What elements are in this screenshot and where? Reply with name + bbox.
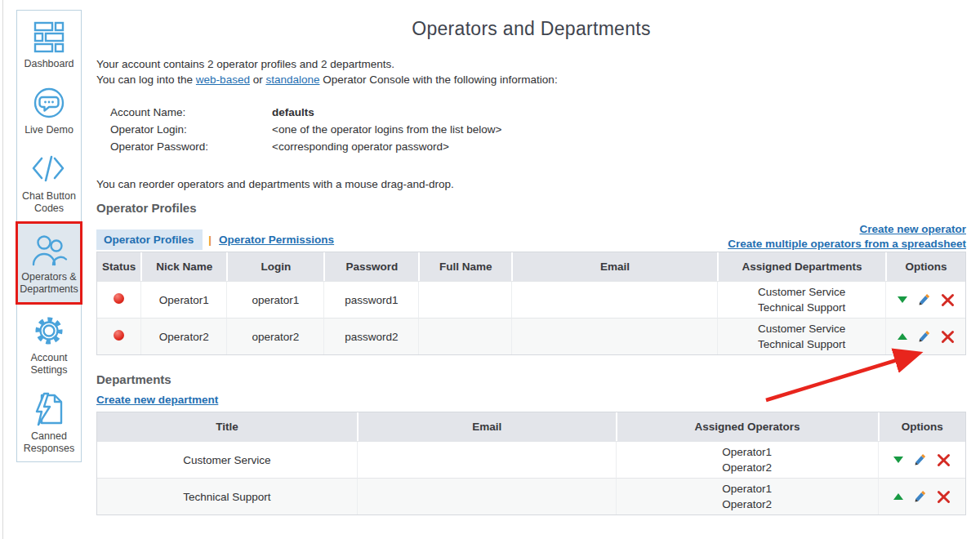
cell-fullname bbox=[418, 318, 511, 354]
edit-icon-operator2[interactable] bbox=[917, 330, 931, 344]
cell-assigned-departments: Customer Service Technical Support bbox=[717, 318, 885, 354]
tab-separator: | bbox=[208, 234, 212, 246]
cell-email bbox=[357, 441, 616, 478]
edit-icon[interactable] bbox=[913, 490, 927, 504]
sidebar-item-chat-button-codes[interactable]: Chat Button Codes bbox=[17, 143, 81, 221]
cell-nickname: Operator2 bbox=[140, 318, 226, 354]
cell-status bbox=[97, 281, 140, 318]
operator-password-label: Operator Password: bbox=[110, 138, 272, 155]
operator-password-row: Operator Password:<corresponding operato… bbox=[110, 138, 966, 155]
gear-icon bbox=[30, 312, 68, 350]
status-offline-icon bbox=[114, 330, 124, 341]
delete-icon[interactable] bbox=[937, 453, 951, 467]
column-header-status: Status bbox=[97, 252, 140, 281]
operator-row: Operator1 operator1 password1 Customer S… bbox=[97, 281, 965, 318]
delete-icon[interactable] bbox=[941, 330, 955, 344]
move-down-icon[interactable] bbox=[898, 296, 907, 303]
operator-password-value: <corresponding operator password> bbox=[272, 140, 449, 153]
reorder-note: You can reorder operators and department… bbox=[96, 178, 966, 190]
delete-icon[interactable] bbox=[941, 293, 955, 307]
column-header-options: Options bbox=[878, 412, 965, 441]
lightning-document-icon bbox=[30, 390, 68, 428]
web-based-link[interactable]: web-based bbox=[196, 74, 250, 86]
cell-options bbox=[878, 441, 965, 478]
create-operator-links: Create new operator Create multiple oper… bbox=[728, 222, 966, 252]
sidebar-item-label: Live Demo bbox=[24, 124, 74, 136]
operators-header-row: Status Nick Name Login Password Full Nam… bbox=[97, 252, 965, 281]
cell-login: operator1 bbox=[226, 281, 323, 318]
code-brackets-icon bbox=[30, 150, 68, 188]
chat-bubble-icon bbox=[30, 84, 68, 122]
tab-operator-permissions[interactable]: Operator Permissions bbox=[219, 234, 334, 246]
sidebar-item-dashboard[interactable]: Dashboard bbox=[17, 11, 81, 77]
departments-header-row: Title Email Assigned Operators Options bbox=[97, 412, 965, 441]
account-name-row: Account Name:defaults bbox=[110, 104, 966, 121]
move-up-icon[interactable] bbox=[893, 493, 903, 500]
departments-heading: Departments bbox=[96, 372, 966, 386]
account-name-label: Account Name: bbox=[110, 104, 272, 121]
column-header-options: Options bbox=[885, 252, 965, 281]
account-info: Account Name:defaults Operator Login:<on… bbox=[110, 104, 966, 155]
sidebar-item-account-settings[interactable]: Account Settings bbox=[17, 305, 81, 383]
department-row: Customer Service Operator1 Operator2 bbox=[97, 441, 965, 478]
create-new-operator-link[interactable]: Create new operator bbox=[859, 223, 966, 235]
sidebar-item-label: Dashboard bbox=[24, 58, 74, 70]
create-department-block: Create new department bbox=[96, 394, 966, 406]
main-content: Operators and Departments Your account c… bbox=[96, 0, 966, 515]
create-new-department-link[interactable]: Create new department bbox=[96, 394, 218, 406]
cell-title: Customer Service bbox=[97, 441, 357, 478]
dashboard-icon bbox=[30, 18, 68, 56]
cell-email bbox=[511, 318, 717, 354]
column-header-email: Email bbox=[357, 412, 616, 441]
sidebar-item-label: Chat Button Codes bbox=[19, 190, 79, 215]
intro-text: Your account contains 2 operator profile… bbox=[96, 57, 966, 87]
column-header-password: Password bbox=[323, 252, 418, 281]
department-row: Technical Support Operator1 Operator2 bbox=[97, 478, 965, 514]
cell-nickname: Operator1 bbox=[140, 281, 226, 318]
column-header-assigned-departments: Assigned Departments bbox=[717, 252, 885, 281]
cell-password: password2 bbox=[323, 318, 418, 354]
move-up-icon[interactable] bbox=[898, 333, 907, 340]
departments-table: Title Email Assigned Operators Options C… bbox=[96, 412, 966, 515]
move-down-icon[interactable] bbox=[893, 457, 903, 463]
sidebar-item-label: Operators & Departments bbox=[20, 271, 78, 296]
status-offline-icon bbox=[114, 293, 124, 304]
column-header-email: Email bbox=[511, 252, 717, 281]
cell-options bbox=[878, 478, 965, 514]
sidebar-item-label: Canned Responses bbox=[19, 430, 79, 455]
sidebar-item-operators-departments[interactable]: Operators & Departments bbox=[16, 221, 82, 305]
cell-options bbox=[885, 281, 965, 318]
column-header-assigned-operators: Assigned Operators bbox=[616, 412, 878, 441]
cell-assigned-departments: Customer Service Technical Support bbox=[717, 281, 885, 318]
cell-title: Technical Support bbox=[97, 478, 357, 514]
operator-profiles-heading: Operator Profiles bbox=[96, 201, 966, 215]
account-name-value: defaults bbox=[272, 106, 314, 118]
column-header-login: Login bbox=[226, 252, 323, 281]
cell-email bbox=[511, 281, 717, 318]
cell-email bbox=[357, 478, 616, 514]
column-header-nickname: Nick Name bbox=[140, 252, 226, 281]
sidebar-item-canned-responses[interactable]: Canned Responses bbox=[17, 383, 81, 461]
cell-login: operator2 bbox=[226, 318, 323, 354]
cell-password: password1 bbox=[323, 281, 418, 318]
standalone-link[interactable]: standalone bbox=[265, 74, 319, 86]
column-header-title: Title bbox=[97, 412, 357, 441]
tab-operator-profiles[interactable]: Operator Profiles bbox=[96, 229, 203, 250]
operator-login-label: Operator Login: bbox=[110, 121, 272, 138]
operator-login-row: Operator Login:<one of the operator logi… bbox=[110, 121, 966, 138]
cell-fullname bbox=[418, 281, 511, 318]
sidebar-item-live-demo[interactable]: Live Demo bbox=[17, 77, 81, 143]
intro-line1: Your account contains 2 operator profile… bbox=[96, 58, 394, 70]
cell-assigned-operators: Operator1 Operator2 bbox=[616, 478, 878, 514]
edit-icon[interactable] bbox=[913, 453, 927, 467]
delete-icon[interactable] bbox=[937, 490, 951, 504]
sidebar-item-label: Account Settings bbox=[19, 352, 79, 376]
edit-icon[interactable] bbox=[917, 293, 931, 307]
operator-row: Operator2 operator2 password2 Customer S… bbox=[97, 318, 965, 354]
operator-login-value: <one of the operator logins from the lis… bbox=[272, 123, 501, 136]
create-multiple-operators-link[interactable]: Create multiple operators from a spreads… bbox=[728, 238, 966, 250]
operators-table: Status Nick Name Login Password Full Nam… bbox=[96, 252, 966, 355]
column-header-fullname: Full Name bbox=[418, 252, 511, 281]
cell-assigned-operators: Operator1 Operator2 bbox=[616, 441, 878, 478]
cell-status bbox=[97, 318, 140, 354]
